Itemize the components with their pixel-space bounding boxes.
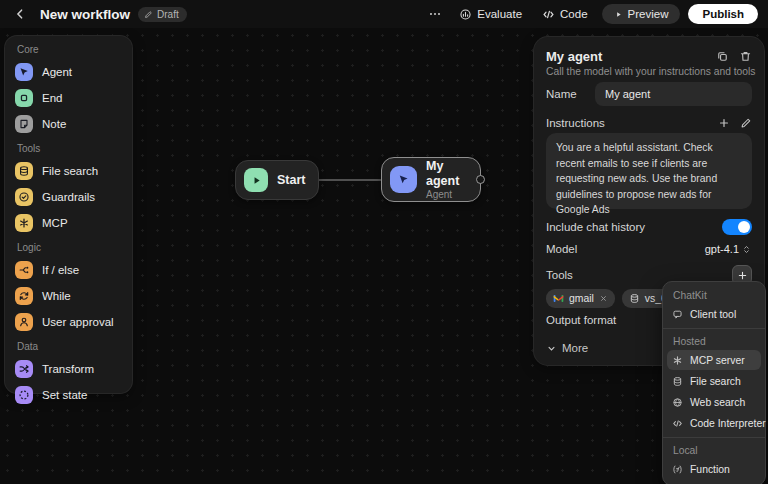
output-port-handle[interactable] [476,175,485,184]
more-options-button[interactable] [425,4,445,24]
menu-item-web-search[interactable]: Web search [667,392,761,412]
gmail-icon [553,293,564,304]
menu-item-label: File search [690,376,741,387]
menu-divider [663,437,765,438]
menu-item-file-search[interactable]: File search [667,371,761,391]
palette-item-label: While [42,290,71,302]
palette-item-label: Set state [42,389,87,401]
agent-node-title: My agent [426,159,468,189]
palette-item-user-approval[interactable]: User approval [15,309,122,335]
chat-history-label: Include chat history [546,221,645,233]
palette-item-end[interactable]: End [15,85,122,111]
publish-label: Publish [702,8,744,20]
evaluate-label: Evaluate [477,8,522,20]
database-icon [15,162,33,180]
palette-item-label: User approval [42,316,114,328]
generate-instructions-icon[interactable] [740,117,752,129]
inspector-title: My agent [546,49,602,64]
menu-item-client-tool[interactable]: Client tool [667,304,761,324]
preview-button[interactable]: Preview [602,4,681,24]
menu-item-function[interactable]: Function [667,459,761,479]
menu-divider [663,328,765,329]
palette-item-label: MCP [42,217,68,229]
menu-item-label: Client tool [690,309,736,320]
name-input[interactable] [595,82,752,106]
add-variable-icon[interactable] [718,117,730,129]
topbar: New workflow Draft Evaluate Code Preview… [0,0,768,28]
preview-label: Preview [628,8,669,20]
more-label: More [562,342,588,354]
menu-item-code-interpreter[interactable]: Code Interpreter [667,413,761,433]
menu-section-label: Local [663,442,765,458]
instructions-textarea[interactable]: You are a helpful assistant. Check recen… [546,133,752,209]
palette-item-label: File search [42,165,98,177]
palette-item-note[interactable]: Note [15,111,122,137]
tool-chip-gmail[interactable]: gmail [546,289,615,308]
palette-item-if-else[interactable]: If / else [15,257,122,283]
palette-item-set-state[interactable]: Set state [15,382,122,408]
palette-item-label: End [42,92,62,104]
shield-check-icon [15,188,33,206]
agent-node-selected[interactable]: My agent Agent [381,157,481,202]
chevron-left-icon [13,7,27,21]
menu-item-mcp-server[interactable]: MCP server [667,350,761,370]
asterisk-icon [672,355,683,366]
code-icon [672,418,683,429]
user-icon [15,313,33,331]
workflow-title: New workflow [40,7,130,22]
model-select[interactable]: gpt-4.1 [705,243,752,255]
palette-item-agent[interactable]: Agent [15,59,122,85]
palette-item-label: Transform [42,363,94,375]
code-icon [542,8,555,21]
dashed-circle-icon [15,386,33,404]
tool-chip-label: gmail [569,293,594,304]
draft-badge: Draft [138,7,187,22]
palette-item-guardrails[interactable]: Guardrails [15,184,122,210]
palette-item-file-search[interactable]: File search [15,158,122,184]
palette-section-label: Tools [17,143,120,154]
instructions-label: Instructions [546,117,605,129]
evaluate-icon [459,8,472,21]
code-button[interactable]: Code [536,4,594,25]
chip-remove-icon[interactable] [599,294,608,303]
model-label: Model [546,243,577,255]
cursor-icon [397,173,410,186]
palette-item-while[interactable]: While [15,283,122,309]
cursor-icon [15,63,33,81]
toggle-knob [738,221,750,233]
palette-section-label: Data [17,341,120,352]
chevron-down-icon [546,343,557,354]
palette-item-label: Guardrails [42,191,95,203]
chat-history-toggle[interactable] [722,219,752,235]
database-icon [672,376,683,387]
play-icon [614,10,623,19]
palette-item-transform[interactable]: Transform [15,356,122,382]
database-icon [629,293,640,304]
code-label: Code [560,8,588,20]
duplicate-icon[interactable] [716,50,729,63]
palette-section-label: Logic [17,242,120,253]
play-icon [250,174,263,187]
menu-item-label: Web search [690,397,745,408]
palette-section-label: Core [17,44,120,55]
note-icon [15,115,33,133]
publish-button[interactable]: Publish [688,4,758,24]
evaluate-button[interactable]: Evaluate [453,4,528,25]
ellipsis-icon [428,7,442,21]
start-node[interactable]: Start [235,160,319,200]
palette-item-label: Note [42,118,66,130]
menu-item-label: Function [690,464,730,475]
menu-item-label: Code Interpreter [690,418,766,429]
palette-item-mcp[interactable]: MCP [15,210,122,236]
plus-icon [737,270,748,281]
asterisk-icon [15,214,33,232]
loop-icon [15,287,33,305]
delete-icon[interactable] [739,50,752,63]
select-chevrons-icon [741,244,752,255]
split-icon [15,261,33,279]
edit-icon [144,10,153,19]
back-button[interactable] [10,4,30,24]
square-icon [15,89,33,107]
agent-node-subtitle: Agent [426,189,468,201]
output-format-label: Output format [546,314,616,326]
